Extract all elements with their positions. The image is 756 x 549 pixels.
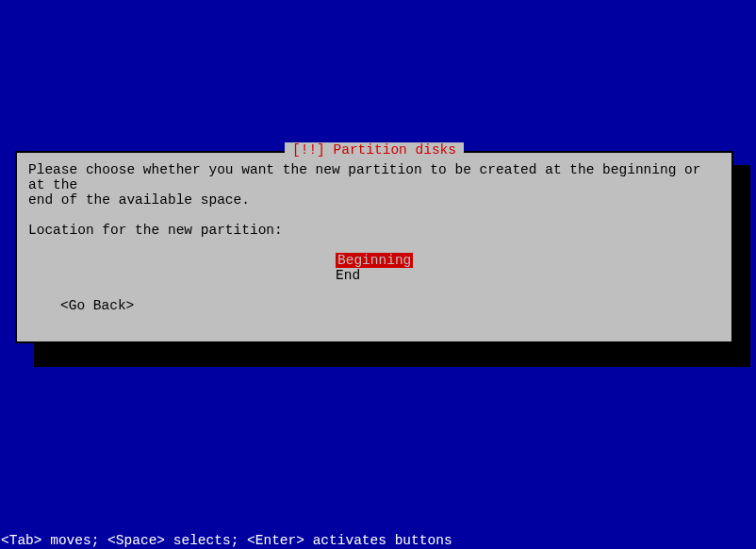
prompt-text: Location for the new partition: [28,223,720,238]
option-beginning[interactable]: Beginning [336,253,720,268]
instruction-text: Please choose whether you want the new p… [28,162,720,208]
help-text: <Tab> moves; <Space> selects; <Enter> ac… [1,533,452,548]
option-end[interactable]: End [336,268,720,283]
options-list: Beginning End [336,253,720,283]
dialog-title: [!!] Partition disks [285,142,464,158]
go-back-button[interactable]: <Go Back> [60,298,720,313]
partition-dialog: [!!] Partition disks Please choose wheth… [15,151,733,343]
dialog-content: Please choose whether you want the new p… [17,153,731,323]
